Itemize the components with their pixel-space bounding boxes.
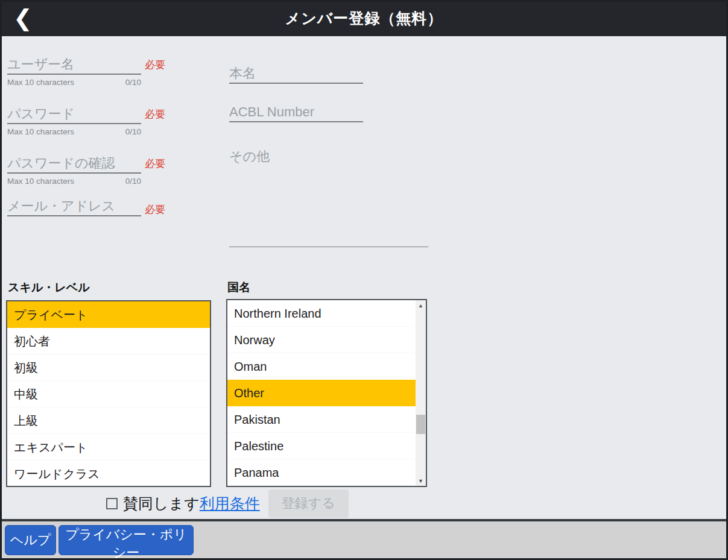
skill-option[interactable]: 初級	[7, 354, 210, 381]
privacy-policy-button[interactable]: プライバシー・ポリシー	[59, 525, 194, 555]
app-header: ❮ メンバー登録（無料）	[0, 0, 728, 36]
chevron-left-icon: ❮	[13, 7, 33, 30]
acbl-number-input[interactable]	[229, 103, 363, 122]
skill-option[interactable]: エキスパート	[7, 434, 210, 461]
acbl-number-field	[229, 103, 363, 122]
scroll-up-icon[interactable]: ▲	[416, 300, 426, 310]
password-input[interactable]	[7, 105, 141, 124]
skill-option[interactable]: 中級	[7, 381, 210, 407]
country-option[interactable]: Palestine	[227, 433, 416, 459]
country-scrollbar[interactable]: ▲ ▼	[416, 300, 426, 486]
country-listbox[interactable]: Northern IrelandNorwayOmanOtherPakistanP…	[226, 299, 427, 487]
skill-level-label: スキル・レベル	[8, 280, 90, 295]
register-button[interactable]: 登録する	[268, 489, 349, 518]
username-helper: Max 10 characters	[7, 78, 74, 87]
real-name-input[interactable]	[229, 64, 363, 84]
agree-label: 賛同します	[123, 494, 200, 514]
country-option[interactable]: Other	[227, 380, 416, 406]
country-label: 国名	[227, 280, 250, 295]
country-option[interactable]: Norway	[227, 327, 416, 353]
email-required-badge: 必要	[145, 203, 165, 216]
username-field: Max 10 characters 0/10	[7, 55, 141, 87]
password-confirm-field: Max 10 characters 0/10	[7, 154, 141, 186]
other-textarea[interactable]	[229, 146, 428, 247]
country-option[interactable]: Oman	[227, 353, 416, 380]
page-title: メンバー登録（無料）	[285, 8, 443, 28]
password-required-badge: 必要	[145, 107, 165, 121]
agreement-row: 賛同します 利用条件 登録する	[106, 488, 349, 518]
skill-level-listbox[interactable]: プライベート初心者初級中級上級エキスパートワールドクラス	[6, 300, 211, 487]
terms-link[interactable]: 利用条件	[200, 494, 260, 514]
scrollbar-thumb[interactable]	[416, 415, 425, 434]
password-field: Max 10 characters 0/10	[7, 105, 141, 136]
password-confirm-input[interactable]	[7, 154, 141, 174]
other-field	[229, 146, 428, 250]
username-helper-row: Max 10 characters 0/10	[7, 78, 141, 87]
email-input[interactable]	[7, 197, 141, 216]
password-confirm-helper: Max 10 characters	[7, 177, 74, 186]
username-input[interactable]	[7, 55, 141, 75]
country-option[interactable]: Panama	[227, 459, 416, 486]
back-button[interactable]: ❮	[6, 0, 40, 36]
skill-option[interactable]: 上級	[7, 407, 210, 434]
password-helper: Max 10 characters	[7, 127, 74, 136]
password-counter: 0/10	[125, 127, 141, 136]
country-option[interactable]: Northern Ireland	[227, 300, 416, 327]
skill-option[interactable]: プライベート	[7, 301, 210, 328]
scroll-down-icon[interactable]: ▼	[416, 476, 426, 486]
password-confirm-helper-row: Max 10 characters 0/10	[7, 177, 141, 186]
skill-option[interactable]: ワールドクラス	[7, 461, 210, 486]
footer-bar: ヘルプ プライバシー・ポリシー	[0, 521, 728, 560]
country-options: Northern IrelandNorwayOmanOtherPakistanP…	[227, 300, 416, 486]
real-name-field	[229, 64, 363, 84]
password-helper-row: Max 10 characters 0/10	[7, 127, 141, 136]
country-option[interactable]: Pakistan	[227, 406, 416, 433]
agree-checkbox[interactable]	[106, 498, 118, 509]
help-button[interactable]: ヘルプ	[5, 525, 56, 555]
username-required-badge: 必要	[145, 58, 165, 72]
username-counter: 0/10	[125, 78, 141, 87]
password-confirm-required-badge: 必要	[145, 157, 165, 171]
skill-option[interactable]: 初心者	[7, 328, 210, 354]
email-field	[7, 197, 141, 216]
skill-level-options: プライベート初心者初級中級上級エキスパートワールドクラス	[7, 301, 210, 486]
password-confirm-counter: 0/10	[125, 177, 141, 186]
